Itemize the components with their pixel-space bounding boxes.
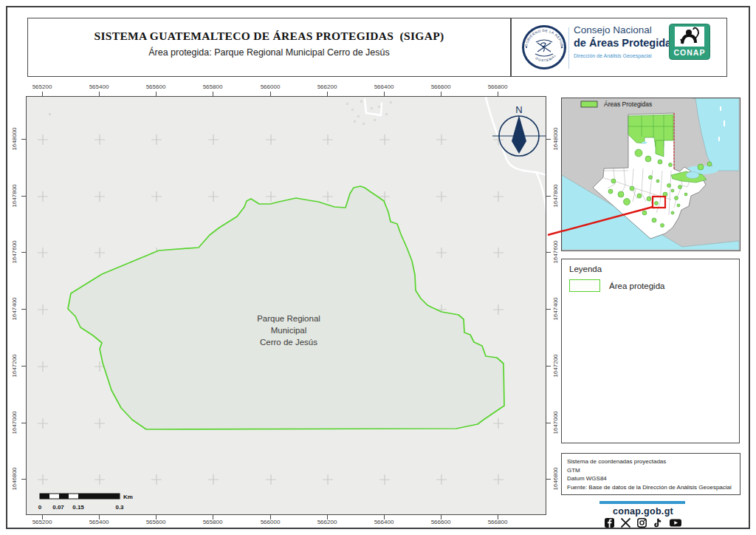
crs-line: Sistema de coordenadas proyectadas (567, 457, 740, 466)
axis-tick (327, 92, 328, 96)
map-sheet: SISTEMA GUATEMALTECO DE ÁREAS PROTEGIDAS… (0, 0, 756, 535)
y-axis-label-right: 1647000 (552, 411, 559, 434)
axis-tick (546, 479, 551, 480)
scale-bar-value: 0.15 (72, 504, 84, 511)
title-box: SISTEMA GUATEMALTECO DE ÁREAS PROTEGIDAS… (27, 18, 511, 77)
axis-tick (546, 309, 551, 310)
axis-tick (213, 515, 213, 519)
org-name-line1: Consejo Nacional (574, 25, 684, 35)
footer: conap.gob.gt (561, 500, 740, 529)
axis-tick (327, 515, 328, 519)
axis-tick (441, 515, 441, 519)
scale-bar-value: 0.07 (52, 504, 64, 511)
datum-line: Datum WGS84 (567, 474, 740, 483)
projection-line: GTM (567, 466, 740, 475)
legend-title: Leyenda (569, 265, 739, 273)
y-axis-label-right: 1648000 (552, 127, 559, 150)
footer-accent-bar (599, 501, 685, 504)
y-axis-label-right: 1647600 (552, 240, 559, 263)
page-title: SISTEMA GUATEMALTECO DE ÁREAS PROTEGIDAS… (28, 30, 510, 43)
x-axis-label-top: 565400 (89, 84, 109, 90)
axis-tick (384, 92, 385, 96)
map-canvas: N (27, 97, 546, 515)
x-axis-label-top: 566800 (488, 84, 508, 90)
org-text: Consejo Nacional de Áreas Protegidas Dir… (574, 25, 684, 58)
axis-tick (546, 139, 551, 140)
axis-tick (21, 479, 26, 480)
tiktok-icon[interactable] (653, 518, 663, 528)
lake-peten-itza (642, 141, 647, 143)
legend-item: Área protegida (569, 279, 739, 292)
facebook-icon[interactable] (605, 518, 614, 528)
instagram-icon[interactable] (637, 518, 647, 528)
scale-bar (40, 494, 120, 499)
legend-swatch (569, 279, 600, 292)
axis-tick (21, 309, 26, 310)
area-label-line1: Parque Regional (248, 313, 329, 324)
axis-tick (99, 92, 100, 96)
area-label-line2: Municipal (248, 324, 329, 336)
axis-tick (213, 92, 213, 96)
y-axis-label-right: 1646800 (552, 467, 559, 490)
conap-logo-icon: CONAP (669, 24, 710, 61)
road-lines (365, 97, 546, 221)
axis-tick (546, 366, 551, 367)
x-axis-label-top: 566600 (431, 84, 451, 90)
inset-map: Áreas Protegidas (561, 98, 740, 251)
axis-tick (546, 196, 551, 197)
axis-tick (21, 139, 26, 140)
scale-bar-value: 0.3 (115, 504, 123, 511)
website-link[interactable]: conap.gob.gt (561, 506, 725, 517)
axis-tick (21, 196, 26, 197)
legend-item-label: Área protegida (609, 282, 664, 290)
axis-tick (441, 92, 441, 96)
x-icon[interactable] (621, 518, 630, 528)
protected-area-label: Parque Regional Municipal Cerro de Jesús (248, 313, 329, 348)
page-subtitle: Área protegida: Parque Regional Municipa… (28, 47, 510, 58)
x-axis-label-top: 565200 (32, 84, 52, 90)
youtube-icon[interactable] (670, 518, 681, 528)
conap-logo-text: CONAP (674, 48, 706, 57)
axis-tick (21, 366, 26, 367)
x-axis-label-top: 566200 (317, 84, 337, 90)
y-axis-label-left: 1647200 (11, 354, 18, 377)
axis-tick (42, 92, 43, 96)
y-axis-label-right: 1647200 (552, 354, 559, 377)
axis-tick (21, 423, 26, 423)
area-label-line3: Cerro de Jesús (248, 336, 329, 348)
org-department: Dirección de Análisis Geoespacial (574, 53, 684, 58)
north-label: N (515, 104, 522, 115)
y-axis-label-left: 1647400 (11, 297, 18, 320)
government-seal-icon: GOBIERNO DE LA REPÚBLICA GUATEMALA (521, 24, 567, 70)
scale-bar-value: 0 (38, 504, 41, 511)
scale-bar-unit: Km (123, 494, 133, 500)
axis-tick (21, 252, 26, 253)
y-axis-label-right: 1647400 (552, 297, 559, 320)
axis-tick (99, 515, 100, 519)
axis-tick (546, 423, 551, 423)
axis-tick (42, 515, 43, 519)
axis-tick (156, 92, 157, 96)
inset-legend-swatch (581, 101, 597, 107)
north-arrow-icon: N (492, 104, 546, 156)
inset-legend-label: Áreas Protegidas (604, 100, 652, 108)
building-footprints (49, 100, 392, 125)
inset-map-canvas: Áreas Protegidas (562, 98, 739, 250)
protected-area-polygon (68, 186, 504, 429)
y-axis-label-left: 1647600 (11, 240, 18, 263)
x-axis-label-top: 566400 (374, 84, 394, 90)
axis-tick (384, 515, 385, 519)
axis-tick (498, 515, 498, 519)
axis-tick (498, 92, 498, 96)
lake-izabal (686, 172, 699, 179)
map-frame: N Parque Regional Municipal Cerro de Jes… (26, 96, 546, 515)
legend-box: Leyenda Área protegida (561, 259, 740, 443)
x-axis-label-top: 565600 (146, 84, 166, 90)
info-box: Sistema de coordenadas proyectadas GTM D… (561, 453, 740, 495)
y-axis-label-left: 1646800 (11, 467, 18, 490)
org-name-line2: de Áreas Protegidas (574, 38, 684, 49)
source-line: Fuente: Base de datos de la Dirección de… (567, 483, 740, 492)
y-axis-label-left: 1647800 (11, 184, 18, 207)
axis-tick (546, 252, 551, 253)
x-axis-label-top: 565800 (203, 84, 223, 90)
